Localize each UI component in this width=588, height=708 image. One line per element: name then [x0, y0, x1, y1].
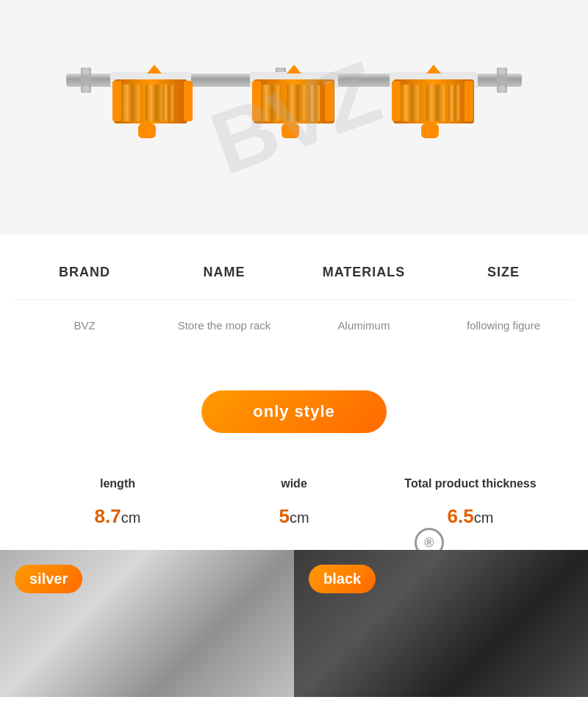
dim-thickness-num: 6.5 [448, 505, 474, 527]
style-section: only style [0, 354, 588, 462]
dim-wide: wide 5cm [206, 477, 382, 528]
dim-thickness: Total product thickness 6.5cm [382, 477, 559, 528]
dim-wide-num: 5 [279, 505, 289, 527]
specs-values-row: BVZ Store the mop rack Alumimum followin… [15, 312, 573, 339]
dim-wide-unit: cm [290, 509, 309, 526]
svg-point-8 [498, 68, 506, 75]
variants-section: silver black [0, 550, 588, 697]
dim-length-unit: cm [121, 509, 141, 526]
svg-marker-37 [147, 65, 162, 74]
specs-value-brand: BVZ [15, 312, 154, 339]
svg-rect-15 [112, 81, 121, 121]
svg-rect-36 [421, 124, 439, 138]
svg-rect-16 [184, 81, 193, 121]
svg-rect-33 [392, 81, 401, 121]
specs-headers-row: BRAND NAME MATERIALS SIZE [15, 257, 573, 300]
svg-rect-24 [252, 81, 261, 121]
only-style-button[interactable]: only style [201, 390, 386, 433]
variant-black[interactable]: black [294, 550, 588, 697]
svg-rect-30 [401, 85, 419, 121]
dim-length-num: 8.7 [95, 505, 121, 527]
hero-section: BVZ [0, 0, 588, 235]
svg-rect-22 [287, 85, 305, 121]
specs-value-size: following figure [434, 312, 573, 339]
specs-value-name: Store the mop rack [154, 312, 294, 339]
svg-rect-13 [146, 85, 164, 121]
svg-point-9 [498, 85, 506, 93]
svg-marker-38 [287, 65, 301, 74]
specs-header-brand: BRAND [15, 257, 154, 299]
svg-rect-12 [121, 85, 140, 121]
variant-black-label: black [309, 565, 376, 593]
dim-thickness-unit: cm [474, 509, 494, 526]
specs-header-materials: MATERIALS [294, 257, 434, 299]
specs-value-materials: Alumimum [294, 312, 434, 339]
dim-length: length 8.7cm [29, 477, 206, 528]
variant-silver[interactable]: silver [0, 550, 294, 697]
svg-rect-27 [282, 124, 299, 138]
svg-rect-23 [309, 85, 320, 121]
dimensions-section: length 8.7cm wide 5cm Total product thic… [0, 462, 588, 550]
specs-header-name: NAME [154, 257, 294, 299]
specs-section: BRAND NAME MATERIALS SIZE BVZ Store the … [0, 235, 588, 354]
svg-rect-25 [325, 81, 334, 121]
svg-rect-18 [138, 124, 156, 138]
svg-point-5 [82, 85, 90, 93]
svg-point-4 [82, 68, 90, 75]
svg-rect-32 [448, 85, 459, 121]
product-image [44, 15, 544, 221]
specs-header-size: SIZE [434, 257, 573, 299]
svg-rect-31 [426, 85, 445, 121]
svg-marker-39 [426, 65, 441, 74]
svg-rect-14 [162, 85, 173, 121]
svg-rect-21 [261, 85, 279, 121]
variant-silver-label: silver [15, 565, 82, 593]
svg-rect-34 [465, 81, 473, 121]
